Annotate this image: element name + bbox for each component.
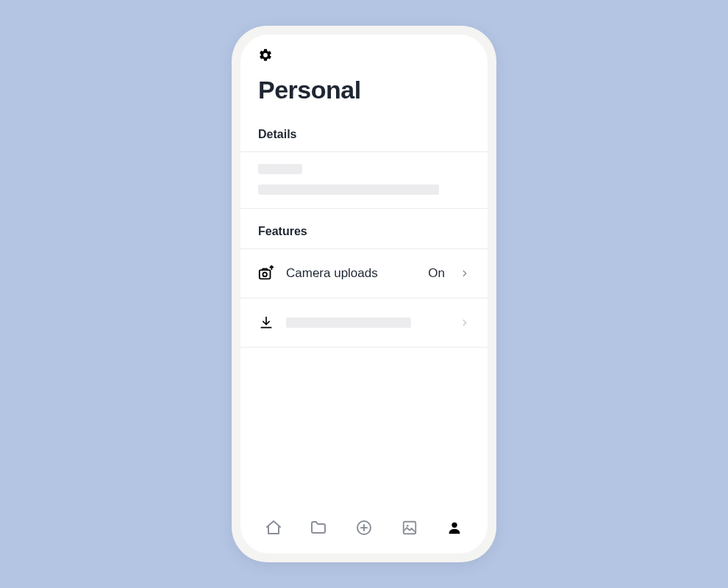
- section-heading-features: Features: [240, 209, 488, 248]
- screen: Personal Details Features Camera uploads…: [240, 35, 488, 553]
- details-placeholder-block: [240, 152, 488, 208]
- page-title: Personal: [240, 62, 488, 112]
- tab-photos[interactable]: [400, 518, 419, 537]
- tab-add[interactable]: [354, 518, 374, 537]
- camera-upload-icon: [258, 265, 274, 282]
- chevron-right-icon: [460, 318, 470, 328]
- feature-value: On: [428, 266, 445, 281]
- tab-files[interactable]: [309, 518, 328, 537]
- placeholder-line: [258, 164, 302, 174]
- placeholder-line: [258, 184, 439, 195]
- settings-gear-icon[interactable]: [258, 48, 273, 62]
- device-frame: Personal Details Features Camera uploads…: [232, 26, 496, 562]
- svg-point-7: [452, 523, 457, 528]
- feature-row-camera-uploads[interactable]: Camera uploads On: [240, 249, 488, 298]
- topbar: [240, 35, 488, 62]
- tab-home[interactable]: [264, 518, 283, 537]
- placeholder-line: [286, 318, 411, 328]
- feature-label: Camera uploads: [286, 266, 416, 281]
- bottom-tabbar: [240, 506, 488, 553]
- svg-rect-5: [403, 522, 415, 534]
- svg-point-1: [263, 273, 267, 277]
- feature-label-placeholder: [286, 318, 448, 328]
- download-icon: [258, 315, 274, 330]
- svg-rect-0: [260, 270, 271, 279]
- tab-account[interactable]: [445, 518, 464, 537]
- chevron-right-icon: [460, 268, 470, 279]
- feature-row-placeholder[interactable]: [240, 298, 488, 347]
- svg-point-6: [406, 525, 408, 527]
- section-heading-details: Details: [240, 112, 488, 151]
- spacer: [240, 348, 488, 506]
